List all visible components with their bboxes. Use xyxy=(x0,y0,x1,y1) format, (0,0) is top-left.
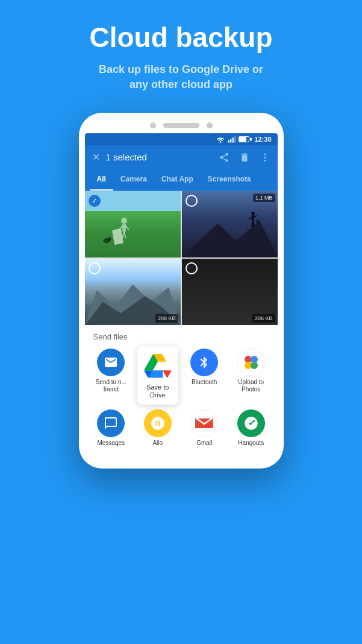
subtitle: Back up files to Google Drive orany othe… xyxy=(99,62,263,92)
google-photos-svg xyxy=(242,353,261,372)
delete-icon[interactable] xyxy=(239,152,250,163)
tab-all[interactable]: All xyxy=(90,169,113,191)
hangouts-icon-svg xyxy=(243,415,259,431)
svg-rect-4 xyxy=(235,136,236,143)
svg-rect-1 xyxy=(228,140,229,143)
allo-icon xyxy=(144,409,172,437)
svg-point-15 xyxy=(108,237,111,241)
svg-rect-2 xyxy=(231,139,232,143)
photo-size-3: 208 KB xyxy=(155,314,178,323)
svg-rect-18 xyxy=(252,215,254,221)
person-silhouette xyxy=(118,218,130,239)
photo-cell-1[interactable]: ✓ xyxy=(85,191,181,257)
svg-rect-9 xyxy=(122,224,126,232)
save-to-drive-label: Save to Drive xyxy=(143,384,172,399)
bluetooth-icon-svg xyxy=(198,356,211,369)
gmail-label: Gmail xyxy=(196,440,212,447)
allo-icon-svg xyxy=(150,415,166,431)
svg-line-22 xyxy=(253,221,254,227)
svg-line-13 xyxy=(124,232,126,238)
close-icon[interactable]: ✕ xyxy=(92,151,100,163)
bluetooth-label: Bluetooth xyxy=(192,379,217,386)
messages-app[interactable]: Messages xyxy=(90,407,131,449)
send-icon-svg xyxy=(104,355,118,370)
tab-screenshots[interactable]: Screenshots xyxy=(201,169,258,191)
upload-photos-label: Upload toPhotos xyxy=(238,379,264,393)
svg-point-6 xyxy=(264,156,266,158)
more-options-icon[interactable] xyxy=(260,152,270,163)
send-friend-label: Send to n...friend xyxy=(96,379,126,393)
toolbar-action-icons xyxy=(219,152,270,163)
send-to-friend-app[interactable]: Send to n...friend xyxy=(90,346,131,404)
svg-line-19 xyxy=(249,217,252,219)
wifi-icon xyxy=(216,136,225,143)
svg-line-20 xyxy=(254,215,257,217)
battery-icon xyxy=(239,136,249,142)
status-time: 12:30 xyxy=(254,136,271,143)
phone-mockup: 12:30 ✕ 1 selected xyxy=(79,113,284,468)
share-sheet-title: Send files xyxy=(85,331,278,346)
select-circle-1[interactable]: ✓ xyxy=(89,195,101,207)
hangouts-icon xyxy=(237,409,265,437)
hangouts-app[interactable]: Hangouts xyxy=(231,407,272,449)
status-icons: 12:30 xyxy=(216,136,271,143)
messages-label: Messages xyxy=(97,440,125,447)
phone-top-bar xyxy=(85,122,278,128)
svg-point-7 xyxy=(264,160,266,162)
share-apps-row-2: Messages Allo xyxy=(85,407,278,449)
check-mark-1: ✓ xyxy=(92,197,98,204)
photo-size-4: 206 KB xyxy=(252,314,275,323)
messages-icon-svg xyxy=(104,416,118,431)
photo-cell-4[interactable]: 206 KB xyxy=(182,259,278,325)
gmail-icon-svg xyxy=(195,416,213,431)
share-apps-row-1: Send to n...friend xyxy=(85,346,278,404)
allo-app[interactable]: Allo xyxy=(137,407,178,449)
bluetooth-app[interactable]: Bluetooth xyxy=(184,346,225,404)
select-circle-2[interactable] xyxy=(186,195,198,207)
battery-fill xyxy=(239,137,246,142)
share-icon[interactable] xyxy=(219,152,229,163)
upload-photos-app[interactable]: Upload toPhotos xyxy=(231,346,272,404)
allo-label: Allo xyxy=(152,440,163,447)
photo-cell-2[interactable]: 1.1 MB xyxy=(182,191,278,257)
svg-marker-16 xyxy=(182,221,278,257)
svg-point-28 xyxy=(251,362,258,369)
phone-body: 12:30 ✕ 1 selected xyxy=(79,113,284,468)
save-to-drive-app[interactable]: Save to Drive xyxy=(137,346,178,404)
drive-icon xyxy=(143,351,173,381)
send-friend-icon xyxy=(97,349,125,376)
dog-silhouette xyxy=(102,236,111,243)
svg-line-10 xyxy=(119,226,122,230)
status-bar: 12:30 xyxy=(85,133,278,145)
tab-chat-app[interactable]: Chat App xyxy=(154,169,201,191)
tab-camera[interactable]: Camera xyxy=(113,169,154,191)
svg-rect-3 xyxy=(232,137,234,142)
gmail-icon xyxy=(190,409,218,437)
google-drive-svg xyxy=(144,354,172,378)
messages-icon xyxy=(97,409,125,437)
select-circle-4[interactable] xyxy=(186,262,198,274)
svg-line-11 xyxy=(126,226,129,230)
phone-screen: 12:30 ✕ 1 selected xyxy=(85,133,278,456)
svg-point-17 xyxy=(251,212,255,215)
bluetooth-icon xyxy=(190,349,218,376)
selected-count-text: 1 selected xyxy=(106,152,213,162)
gmail-app[interactable]: Gmail xyxy=(184,407,225,449)
photos-icon xyxy=(237,349,265,376)
phone-speaker xyxy=(163,123,199,128)
svg-point-8 xyxy=(121,218,127,224)
photo-grid: ✓ xyxy=(85,191,278,325)
app-toolbar: ✕ 1 selected xyxy=(85,145,278,169)
select-circle-3[interactable] xyxy=(89,262,101,274)
header-section: Cloud backup Back up files to Google Dri… xyxy=(0,0,362,107)
phone-camera-right xyxy=(207,122,213,128)
category-tabs: All Camera Chat App Screenshots xyxy=(85,169,278,191)
cliff-person xyxy=(249,211,257,228)
phone-camera xyxy=(150,122,156,128)
share-sheet: Send files Send to n...friend xyxy=(85,325,278,456)
svg-point-5 xyxy=(264,153,266,155)
mountain-shape xyxy=(182,218,278,257)
svg-point-0 xyxy=(220,142,222,144)
main-title: Cloud backup xyxy=(89,22,272,54)
photo-cell-3[interactable]: 208 KB xyxy=(85,259,181,325)
